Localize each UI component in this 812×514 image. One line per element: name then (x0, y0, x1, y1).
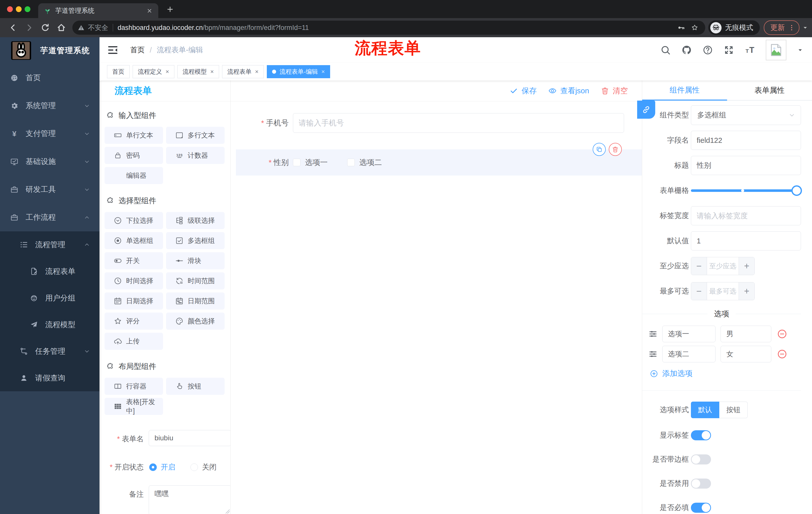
clear-button[interactable]: 清空 (601, 86, 628, 96)
sidebar-item-流程管理[interactable]: 流程管理 (0, 231, 99, 258)
min-stepper-value[interactable]: 至少应选 (707, 257, 738, 275)
avatar-caret-icon[interactable] (797, 47, 804, 53)
palette-item-行容器[interactable]: 行容器 (105, 378, 163, 395)
window-maximize-button[interactable] (25, 6, 30, 12)
sidebar-item-基础设施[interactable]: 基础设施 (0, 147, 99, 175)
palette-item-编辑器[interactable]: 编辑器 (105, 167, 163, 184)
palette-item-单选框组[interactable]: 单选框组 (105, 232, 163, 249)
label-width-input[interactable] (691, 206, 801, 225)
window-minimize-button[interactable] (16, 6, 22, 12)
save-button[interactable]: 保存 (510, 86, 536, 96)
page-tab-流程模型[interactable]: 流程模型 × (177, 65, 219, 78)
sidebar-logo[interactable]: 芋道管理系统 (0, 37, 99, 64)
checkbox-1[interactable] (293, 159, 300, 166)
palette-item-开关[interactable]: 开关 (105, 252, 163, 269)
home-icon[interactable] (56, 23, 66, 33)
sidebar-item-首页[interactable]: 首页 (0, 64, 99, 92)
address-bar[interactable]: 不安全 dashboard.yudao.iocoder.cn /bpm/mana… (72, 21, 705, 35)
palette-item-多行文本[interactable]: 多行文本 (166, 127, 225, 144)
style-default-button[interactable]: 默认 (691, 402, 719, 418)
toggle-显示标签[interactable] (691, 430, 711, 440)
gender-option-2[interactable]: 选项二 (347, 157, 382, 168)
github-icon[interactable] (682, 45, 692, 55)
avatar[interactable] (766, 40, 786, 60)
drag-handle-icon[interactable] (648, 349, 658, 359)
gender-option-1[interactable]: 选项一 (293, 157, 328, 168)
option-value-input[interactable] (721, 346, 771, 362)
palette-item-下拉选择[interactable]: 下拉选择 (105, 212, 163, 229)
sidebar-item-流程模型[interactable]: 流程模型 (0, 311, 99, 338)
bookmark-star-icon[interactable] (691, 24, 699, 32)
default-value-input[interactable] (691, 231, 801, 250)
page-tab-流程定义[interactable]: 流程定义 × (133, 65, 174, 78)
palette-item-按钮[interactable]: 按钮 (166, 378, 225, 395)
option-label-input[interactable] (662, 346, 716, 362)
browser-menu-dots-icon[interactable] (788, 24, 795, 31)
breadcrumb-home[interactable]: 首页 (130, 45, 145, 55)
sidebar-item-研发工具[interactable]: 研发工具 (0, 175, 99, 204)
minus-button[interactable]: − (691, 257, 707, 275)
palette-item-级联选择[interactable]: 级联选择 (166, 212, 225, 229)
view-json-button[interactable]: 查看json (548, 86, 589, 96)
copy-component-button[interactable] (593, 143, 606, 156)
palette-item-评分[interactable]: 评分 (105, 313, 163, 330)
phone-field-row[interactable]: 手机号 (231, 113, 642, 133)
palette-item-单行文本[interactable]: 单行文本 (105, 127, 163, 144)
drag-handle-icon[interactable] (648, 329, 658, 339)
palette-item-时间选择[interactable]: 时间选择 (105, 272, 163, 290)
tab-form-props[interactable]: 表单属性 (727, 80, 812, 101)
minus-button[interactable]: − (691, 282, 707, 300)
sidebar-item-工作流程[interactable]: 工作流程 (0, 204, 99, 231)
palette-item-上传[interactable]: 上传 (105, 333, 163, 350)
page-tab-首页[interactable]: 首页 (107, 65, 129, 78)
reload-icon[interactable] (40, 23, 50, 33)
toggle-是否带边框[interactable] (691, 454, 711, 464)
sidebar-item-请假查询[interactable]: 请假查询 (0, 364, 99, 391)
palette-item-时间范围[interactable]: 时间范围 (166, 272, 225, 290)
font-size-icon[interactable]: TT (745, 45, 755, 55)
update-button[interactable]: 更新 (764, 20, 800, 35)
sidebar-item-用户分组[interactable]: 用户分组 (0, 285, 99, 311)
grid-slider[interactable] (691, 181, 801, 201)
form-remark-textarea[interactable]: 嘿嘿 (149, 485, 230, 514)
palette-item-滑块[interactable]: 滑块 (166, 252, 225, 269)
palette-item-日期选择[interactable]: 日期选择 (105, 293, 163, 309)
tab-close-icon[interactable]: × (166, 69, 169, 75)
fullscreen-icon[interactable] (724, 45, 734, 55)
tab-component-props[interactable]: 组件属性 (642, 80, 727, 101)
add-option-button[interactable]: 添加选项 (650, 369, 801, 379)
palette-item-表格[开发中][interactable]: 表格[开发中] (105, 398, 163, 415)
gender-field-row[interactable]: 性别 选项一 选项二 (236, 150, 642, 175)
radio-on[interactable]: 开启 (149, 462, 175, 472)
sidebar-item-任务管理[interactable]: 任务管理 (0, 338, 99, 364)
style-button-button[interactable]: 按钮 (719, 402, 748, 418)
search-icon[interactable] (660, 45, 671, 55)
tab-close-icon[interactable]: × (321, 69, 325, 75)
page-tab-流程表单-编辑[interactable]: 流程表单-编辑 × (267, 65, 330, 78)
option-value-input[interactable] (721, 326, 771, 342)
browser-tab[interactable]: 芋道管理系统 (38, 3, 158, 18)
title-input[interactable] (691, 156, 801, 175)
toggle-是否必填[interactable] (691, 503, 711, 513)
link-tag[interactable] (637, 101, 655, 119)
tab-close-icon[interactable] (146, 7, 153, 14)
field-name-input[interactable] (691, 131, 801, 150)
help-icon[interactable] (702, 45, 713, 55)
forward-icon[interactable] (24, 23, 34, 33)
window-close-button[interactable] (7, 6, 13, 12)
option-label-input[interactable] (662, 326, 716, 342)
palette-item-颜色选择[interactable]: 颜色选择 (166, 313, 225, 330)
back-icon[interactable] (8, 23, 18, 33)
tab-close-icon[interactable]: × (210, 69, 214, 75)
form-name-input[interactable] (149, 430, 230, 446)
remove-option-icon[interactable] (777, 329, 787, 339)
password-key-icon[interactable] (677, 24, 685, 32)
palette-item-计数器[interactable]: 123 计数器 (166, 147, 225, 164)
sidebar-item-支付管理[interactable]: ¥ 支付管理 (0, 120, 99, 147)
component-type-select[interactable]: 多选框组 (691, 105, 801, 125)
phone-input[interactable] (293, 113, 624, 133)
sidebar-collapse-icon[interactable] (107, 44, 119, 56)
max-stepper-value[interactable]: 最多可选 (707, 282, 738, 300)
slider-track[interactable] (691, 189, 801, 192)
delete-component-button[interactable] (609, 143, 622, 156)
